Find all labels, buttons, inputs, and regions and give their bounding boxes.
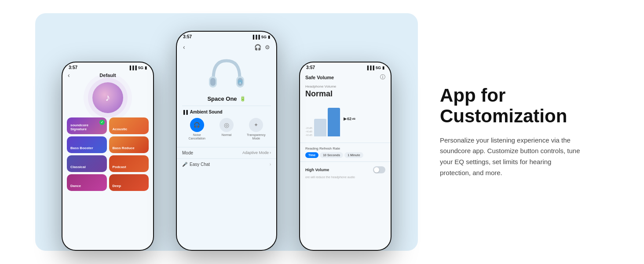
center-header: ‹ 🎧 ⚙ bbox=[177, 40, 276, 52]
high-volume-toggle[interactable] bbox=[373, 166, 385, 173]
svg-text:a: a bbox=[240, 81, 241, 84]
music-circle: ♪ bbox=[92, 82, 123, 113]
high-volume-section: High Volume ore will reduce the headphon… bbox=[300, 164, 391, 182]
phone-center: 3:57 ▐▐▐ 5G ▮ ‹ 🎧 ⚙ bbox=[176, 31, 277, 251]
phone-left: 3:57 ▐▐▐ 5G ▮ ‹ Default ♪ bbox=[62, 62, 154, 251]
anc-mode-transparency[interactable]: ✦ TransparencyMode bbox=[244, 118, 268, 141]
ambient-sound-icon: ▐▐ bbox=[182, 110, 188, 114]
divider-2 bbox=[300, 161, 391, 162]
eq-tile-label: Deep bbox=[113, 184, 121, 188]
phone-right: 3:57 ▐▐▐ 5G ▮ Safe Volume ⓘ Headphone Vo… bbox=[299, 62, 392, 251]
center-time: 3:57 bbox=[183, 34, 192, 39]
anc-mode-noise-cancel[interactable]: 🎧 NoiseCancellation bbox=[185, 118, 209, 141]
db-unit: dB bbox=[352, 117, 355, 120]
noise-cancel-icon: 🎧 bbox=[190, 118, 204, 132]
app-title-line1: App for bbox=[440, 85, 618, 106]
signal-icon: ▐▐▐ bbox=[128, 66, 137, 70]
volume-bar-2 bbox=[328, 108, 340, 136]
easy-chat-icon: 🎤 bbox=[182, 162, 187, 167]
eq-tile[interactable]: Bass Reduce bbox=[109, 136, 149, 153]
center-phone-screen: 3:57 ▐▐▐ 5G ▮ ‹ 🎧 ⚙ bbox=[177, 32, 276, 250]
right-status-icons: ▐▐▐ 5G ▮ bbox=[366, 66, 384, 70]
easy-chat-label: 🎤 Easy Chat bbox=[182, 162, 210, 167]
device-name-row: Space One 🔋 bbox=[177, 95, 276, 102]
scale-bot: -60dB bbox=[305, 134, 312, 136]
screen-title: Default bbox=[99, 73, 116, 78]
mode-value: Adaptive Mode › bbox=[242, 150, 271, 155]
mode-value-text: Adaptive Mode bbox=[242, 150, 269, 155]
battery-level-icon: 🔋 bbox=[240, 96, 246, 102]
divider bbox=[300, 143, 391, 143]
normal-icon: ◎ bbox=[220, 118, 234, 132]
battery-icon: ▮ bbox=[145, 66, 147, 70]
battery-icon: ▮ bbox=[268, 35, 270, 39]
normal-label: Normal bbox=[222, 133, 232, 137]
ambient-section: ▐▐ Ambient Sound 🎧 NoiseCancellation ◎ N… bbox=[177, 106, 276, 147]
wifi-icon: 5G bbox=[261, 35, 267, 39]
anc-mode-normal[interactable]: ◎ Normal bbox=[214, 118, 238, 141]
high-volume-label: High Volume bbox=[305, 168, 329, 172]
page-wrapper: 3:57 ▐▐▐ 5G ▮ ‹ Default ♪ bbox=[0, 0, 644, 264]
easy-chat-row[interactable]: 🎤 Easy Chat › bbox=[177, 158, 276, 170]
eq-tile-label: Acoustic bbox=[113, 127, 128, 131]
mode-label: Mode bbox=[182, 150, 193, 155]
eq-tile-label: soundcore Signature bbox=[70, 123, 103, 131]
left-phone-screen: 3:57 ▐▐▐ 5G ▮ ‹ Default ♪ bbox=[62, 62, 153, 250]
headphone-illustration: a bbox=[205, 54, 249, 94]
app-title-line2: Customization bbox=[440, 106, 618, 126]
time-tabs: Time 10 Seconds 1 Minute bbox=[305, 152, 385, 158]
right-time: 3:57 bbox=[306, 65, 315, 70]
info-icon[interactable]: ⓘ bbox=[380, 73, 385, 81]
svg-rect-1 bbox=[210, 78, 216, 86]
music-icon-area: ♪ bbox=[62, 82, 153, 113]
ambient-sound-title: Ambient Sound bbox=[190, 110, 223, 114]
time-tab-time[interactable]: Time bbox=[305, 152, 318, 158]
db-arrow-icon: ▶ bbox=[344, 117, 347, 121]
left-status-icons: ▐▐▐ 5G ▮ bbox=[128, 66, 147, 70]
transparency-icon: ✦ bbox=[249, 118, 263, 132]
easy-chat-chevron-icon: › bbox=[270, 162, 271, 167]
center-back-button[interactable]: ‹ bbox=[183, 44, 185, 51]
headphone-image-area: a bbox=[177, 54, 276, 94]
signal-icon: ▐▐▐ bbox=[252, 35, 260, 39]
phones-section: 3:57 ▐▐▐ 5G ▮ ‹ Default ♪ bbox=[35, 13, 418, 251]
text-section: App for Customization Personalize your l… bbox=[418, 85, 644, 178]
eq-tile-label: Classical bbox=[70, 165, 86, 169]
eq-tile[interactable]: ✓ soundcore Signature bbox=[67, 117, 107, 134]
scale-top: -20dB bbox=[305, 127, 312, 129]
noise-cancel-label: NoiseCancellation bbox=[188, 133, 205, 141]
eq-tile-label: Dance bbox=[70, 184, 81, 188]
right-header: Safe Volume ⓘ bbox=[300, 71, 391, 83]
db-value-label: ▶ 62 dB bbox=[344, 117, 355, 121]
time-tab-1min[interactable]: 1 Minute bbox=[344, 152, 363, 158]
eq-tile[interactable]: Bass Booster bbox=[67, 136, 107, 153]
eq-tile[interactable]: Acoustic bbox=[109, 117, 149, 134]
app-description: Personalize your listening experience vi… bbox=[440, 135, 581, 179]
back-button[interactable]: ‹ bbox=[68, 72, 70, 79]
active-badge: ✓ bbox=[99, 120, 105, 125]
signal-icon: ▐▐▐ bbox=[366, 66, 374, 70]
right-phone-screen: 3:57 ▐▐▐ 5G ▮ Safe Volume ⓘ Headphone Vo… bbox=[300, 62, 391, 250]
eq-grid: ✓ soundcore Signature Acoustic Bass Boos… bbox=[62, 115, 153, 194]
settings-icon[interactable]: ⚙ bbox=[265, 44, 270, 51]
eq-tile[interactable]: Podcast bbox=[109, 155, 149, 172]
time-tab-10sec[interactable]: 10 Seconds bbox=[320, 152, 343, 158]
volume-scale: -20dB -40dB -60dB bbox=[305, 127, 312, 136]
left-time: 3:57 bbox=[69, 65, 77, 70]
eq-tile[interactable]: Classical bbox=[67, 155, 107, 172]
left-status-bar: 3:57 ▐▐▐ 5G ▮ bbox=[62, 62, 153, 71]
refresh-rate-label: Reading Refresh Rate bbox=[305, 147, 385, 150]
center-header-icons: 🎧 ⚙ bbox=[254, 44, 270, 51]
easy-chat-text: Easy Chat bbox=[190, 162, 210, 167]
scale-mid: -40dB bbox=[305, 130, 312, 133]
headphone-header-icon: 🎧 bbox=[254, 44, 261, 51]
eq-tile[interactable]: Dance bbox=[67, 174, 107, 191]
bars-container bbox=[314, 101, 340, 136]
right-status-bar: 3:57 ▐▐▐ 5G ▮ bbox=[300, 62, 391, 71]
eq-tile[interactable]: Deep bbox=[109, 174, 149, 191]
wifi-icon: 5G bbox=[376, 66, 381, 70]
wifi-icon: 5G bbox=[138, 66, 143, 70]
eq-tile-label: Bass Reduce bbox=[113, 146, 135, 150]
refresh-rate-section: Reading Refresh Rate Time 10 Seconds 1 M… bbox=[300, 145, 391, 160]
eq-tile-label: Bass Booster bbox=[70, 146, 93, 150]
